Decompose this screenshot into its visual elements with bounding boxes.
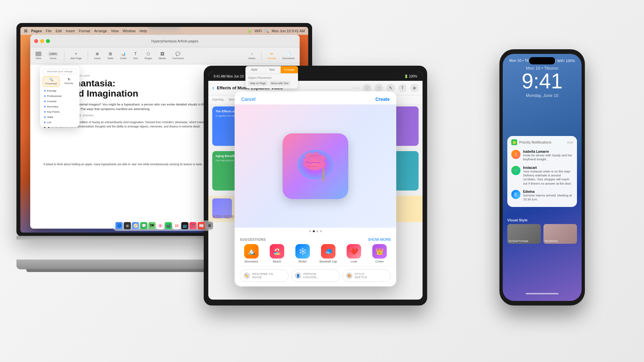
dock-maps-icon[interactable]: 🗺 xyxy=(149,222,156,229)
archival-footage-item[interactable]: Archival Footage xyxy=(507,224,541,244)
menu-search-icon[interactable]: 🔍 xyxy=(264,29,269,33)
menu-file[interactable]: File xyxy=(46,29,52,33)
menu-format[interactable]: Format xyxy=(79,29,90,33)
stay-on-page-btn[interactable]: Stay on Page xyxy=(248,81,268,86)
dock-safari-icon[interactable]: 🧭 xyxy=(132,222,139,229)
minimize-button[interactable] xyxy=(40,39,44,43)
dock-appletv-icon[interactable]: 📺 xyxy=(181,222,189,229)
describe-label: DESCRIBE AN IMAGE xyxy=(252,272,273,279)
wt-describe-input[interactable]: Describe your change xyxy=(43,69,77,74)
describe-image-btn[interactable]: ✏️ DESCRIBE AN IMAGE xyxy=(240,269,288,282)
iphone-time-display: 9:41 xyxy=(503,71,582,92)
menu-items: Pages File Edit Insert Format Arrange Vi… xyxy=(31,29,147,33)
style-sketch-btn[interactable]: 🎨 STYLE SKETCH xyxy=(342,269,391,282)
iphone-notification-card[interactable]: ⭐ Priority Notifications now I Isabella … xyxy=(507,136,577,207)
winter-label: Winter xyxy=(298,260,307,263)
suggestion-baseball-cap[interactable]: 🧢 Baseball Cap xyxy=(317,244,340,263)
ipad-nav-icon-2[interactable]: ↑ xyxy=(375,84,383,92)
dock-calendar-icon[interactable]: 10 xyxy=(173,222,180,229)
toolbar-view-btn[interactable]: View xyxy=(34,50,43,61)
toolbar-table-btn[interactable]: ⊞ Table xyxy=(105,50,115,61)
format-tab-text[interactable]: Text xyxy=(263,66,280,73)
move-with-text-btn[interactable]: Move with Text xyxy=(269,81,290,86)
dock-photos-icon[interactable]: 🌸 xyxy=(157,222,164,229)
dock-finder-icon[interactable]: 🔵 xyxy=(116,222,123,229)
dock-music-icon[interactable]: 🎵 xyxy=(190,222,197,229)
modal-dot-4[interactable] xyxy=(320,230,322,232)
iphone-frame: Mon 10 • Tiburon ▮▮▮ WiFi 100% Mon 10 • … xyxy=(499,49,585,305)
format-tab-style[interactable]: Style xyxy=(245,66,263,73)
visual-style-items: Archival Footage Storyboard xyxy=(507,224,577,244)
suggestion-crown[interactable]: 👑 Crown xyxy=(368,244,391,263)
toolbar-insert-btn[interactable]: ⊕ Insert xyxy=(92,50,103,61)
ipad-frame: 9:41 AM Mon Jun 10 🔋 100% ‹ Effects of M… xyxy=(204,66,427,305)
ipad-nav-icon-3[interactable]: ✎ xyxy=(386,84,395,92)
toolbar-zoom-btn[interactable]: 136% Zoom xyxy=(46,50,60,61)
ipad-section-opening[interactable]: Opening xyxy=(212,98,223,101)
suggestion-beach[interactable]: 🏖️ Beach xyxy=(265,244,288,263)
modal-create-button[interactable]: Create xyxy=(375,97,390,102)
ipad-back-button[interactable]: ‹ xyxy=(212,84,214,91)
ipad-nav-icon-4[interactable]: T xyxy=(398,84,407,92)
dock-facetime-icon[interactable]: 📹 xyxy=(165,222,172,229)
wt-option-friendly[interactable]: Friendly xyxy=(43,89,77,93)
brain-image: ♪ ♫ xyxy=(283,133,348,199)
modal-image-area: ♪ ♫ xyxy=(235,104,396,228)
notification-item-3[interactable]: E Edwina Summer interns arrived. Meeting… xyxy=(511,188,573,204)
notification-item-2[interactable]: 🛒 Instacart Your Instacart order is on t… xyxy=(511,164,573,188)
wt-option-professional[interactable]: Professional xyxy=(43,94,77,98)
pages-window-title: Hyperphantasia Article.pages xyxy=(54,39,296,43)
menu-datetime: Mon Jun 10 9:41 AM xyxy=(272,29,305,33)
close-button[interactable] xyxy=(34,39,38,43)
wt-option-keypoints[interactable]: Key Points xyxy=(43,110,77,114)
toolbar-addpage-btn[interactable]: + Add Page xyxy=(68,50,84,61)
suggestion-mountains[interactable]: 🏔️ Mountains xyxy=(240,244,263,263)
ipad-nav-icon-5[interactable]: ⊕ xyxy=(410,84,419,92)
apple-menu[interactable]: ⌘ xyxy=(24,29,28,34)
ipad-more-button[interactable]: ··· xyxy=(354,85,360,91)
wt-option-table[interactable]: Table xyxy=(43,115,77,119)
suggestion-winter[interactable]: ❄️ Winter xyxy=(291,244,314,263)
dock-messages-icon[interactable]: 💬 xyxy=(140,222,148,229)
menu-window[interactable]: Window xyxy=(123,29,135,33)
ipad-nav-icon-1[interactable]: ♡ xyxy=(363,84,371,92)
notif-avatar-edwina: E xyxy=(511,190,520,199)
dock-systemprefs-icon[interactable]: ⚙ xyxy=(206,222,213,229)
menu-insert[interactable]: Insert xyxy=(66,29,75,33)
toolbar-format-btn[interactable]: ✏ Format xyxy=(265,50,278,61)
menu-arrange[interactable]: Arrange xyxy=(94,29,107,33)
wt-tab-rewrite[interactable]: ↻ Rewrite xyxy=(61,76,77,87)
modal-dot-2[interactable] xyxy=(313,230,315,232)
menu-edit[interactable]: Edit xyxy=(56,29,62,33)
wt-tab-proofread[interactable]: 🔍 Proofread xyxy=(43,76,59,87)
toolbar-chart-btn[interactable]: 📊 Chart xyxy=(118,50,128,61)
modal-cancel-button[interactable]: Cancel xyxy=(241,97,256,102)
suggestion-love[interactable]: ❤️ Love xyxy=(342,244,365,263)
modal-dot-1[interactable] xyxy=(309,230,311,232)
format-tab-arrange[interactable]: Arrange xyxy=(281,66,298,73)
dock-news-icon[interactable]: 📰 xyxy=(198,222,205,229)
toolbar-document-btn[interactable]: 📄 Document xyxy=(281,50,296,61)
fullscreen-button[interactable] xyxy=(46,39,50,43)
toolbar-shape-btn[interactable]: ⬡ Shape xyxy=(143,50,154,61)
menu-view[interactable]: View xyxy=(111,29,119,33)
show-more-button[interactable]: SHOW MORE xyxy=(368,238,391,241)
ipad-battery-icon: 🔋 100% xyxy=(404,75,417,78)
toolbar-comment-btn[interactable]: 💬 Comment xyxy=(170,50,186,61)
wt-option-list[interactable]: List xyxy=(43,120,77,124)
menu-help[interactable]: Help xyxy=(139,29,147,33)
storyboard-item[interactable]: Storyboard xyxy=(543,224,577,244)
toolbar-share-btn[interactable]: ↑ Share xyxy=(246,50,257,61)
notification-item-1[interactable]: I Isabella Lamarre Invite for dinner wit… xyxy=(511,148,573,164)
wt-option-summary[interactable]: Summary xyxy=(43,104,77,109)
toolbar-text-btn[interactable]: T Text xyxy=(131,50,140,61)
modal-dot-3[interactable] xyxy=(316,230,318,232)
ipad-status-icons: 🔋 100% xyxy=(404,75,417,78)
wt-option-concise[interactable]: Concise xyxy=(43,99,77,103)
person-choose-btn[interactable]: 👤 PERSON CHOOSE... xyxy=(291,269,340,282)
menu-pages[interactable]: Pages xyxy=(31,29,42,33)
rewrite-icon: ↻ xyxy=(68,78,70,81)
dock-apps-icon[interactable]: ⊞ xyxy=(124,222,131,229)
toolbar-media-btn[interactable]: 🖼 Media xyxy=(157,50,168,61)
describe-icon: ✏️ xyxy=(243,272,250,279)
